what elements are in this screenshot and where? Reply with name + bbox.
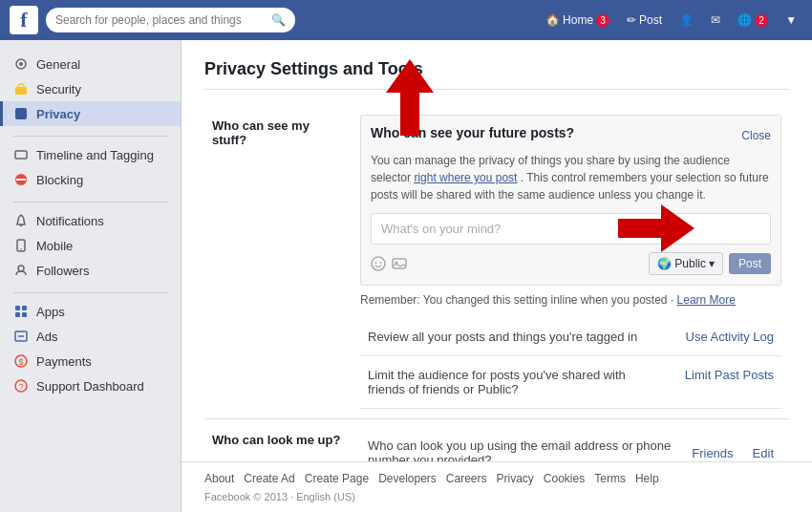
sidebar-item-payments[interactable]: $ Payments xyxy=(0,349,181,373)
dropdown-icon: ▾ xyxy=(709,257,715,270)
right-where-link[interactable]: right where you post xyxy=(414,171,517,184)
svg-rect-14 xyxy=(15,312,20,317)
svg-rect-26 xyxy=(393,259,406,268)
globe-icon: 🌐 xyxy=(737,13,752,27)
sidebar-item-blocking[interactable]: Blocking xyxy=(0,167,181,192)
sidebar-item-support[interactable]: ? Support Dashboard xyxy=(0,373,181,398)
close-button[interactable]: Close xyxy=(741,129,771,142)
globe-small-icon: 🌍 xyxy=(657,257,672,270)
svg-point-10 xyxy=(20,248,22,250)
notifications-icon xyxy=(13,213,29,228)
support-icon: ? xyxy=(13,378,29,394)
lookup-row-email: Who can look you up using the email addr… xyxy=(360,429,781,461)
post-button[interactable]: Post xyxy=(729,253,771,274)
nav-notifications[interactable]: 🌐 2 xyxy=(732,10,774,31)
page-layout: General Security Privacy Timelin xyxy=(0,40,812,512)
composer-bottom: 🌍 Public ▾ Post xyxy=(371,252,771,275)
footer-link-careers[interactable]: Careers xyxy=(446,472,487,485)
settings-icon xyxy=(13,56,29,72)
timeline-icon xyxy=(13,147,29,162)
section-see-content: Who can see your future posts? Close You… xyxy=(353,105,789,418)
sidebar-divider-3 xyxy=(13,292,167,293)
footer-link-about[interactable]: About xyxy=(204,472,234,485)
svg-rect-15 xyxy=(22,312,27,317)
activity-log-row: Review all your posts and things you're … xyxy=(360,318,781,356)
footer-link-create-ad[interactable]: Create Ad xyxy=(244,472,294,485)
edit-icon: ✏ xyxy=(627,13,636,27)
svg-point-25 xyxy=(380,262,382,264)
header-nav: 🏠 Home 3 ✏ Post 👤 ✉ 🌐 2 ▼ xyxy=(540,10,802,31)
footer-link-developers[interactable]: Developers xyxy=(378,472,437,485)
svg-point-23 xyxy=(372,257,385,270)
svg-point-24 xyxy=(375,262,377,264)
app-header: f 🔍 🏠 Home 3 ✏ Post 👤 ✉ 🌐 2 ▼ xyxy=(0,0,812,40)
payments-icon: $ xyxy=(13,353,29,369)
friends-icon: 👤 xyxy=(679,13,694,27)
svg-rect-13 xyxy=(22,306,27,310)
red-arrow-up xyxy=(381,59,438,136)
footer-link-privacy[interactable]: Privacy xyxy=(497,472,534,485)
sidebar-item-timeline[interactable]: Timeline and Tagging xyxy=(0,142,181,167)
sidebar-item-ads[interactable]: Ads xyxy=(0,324,181,349)
section-lookup-label: Who can look me up? xyxy=(204,419,353,461)
svg-text:?: ? xyxy=(18,382,23,392)
future-posts-desc: You can manage the privacy of things you… xyxy=(371,152,771,203)
sidebar-item-privacy[interactable]: Privacy xyxy=(0,101,181,126)
future-posts-box: Who can see your future posts? Close You… xyxy=(360,115,781,286)
mobile-icon xyxy=(13,238,29,253)
sidebar: General Security Privacy Timelin xyxy=(0,40,182,512)
section-lookup-content: Who can look you up using the email addr… xyxy=(353,419,789,461)
limit-past-posts-button[interactable]: Limit Past Posts xyxy=(685,368,774,382)
sidebar-section-account: General Security Privacy xyxy=(0,52,181,126)
footer-link-help[interactable]: Help xyxy=(635,472,659,485)
ads-icon xyxy=(13,329,29,344)
section-see-stuff: Who can see my stuff? Who can see your f… xyxy=(204,105,789,419)
svg-rect-3 xyxy=(18,84,24,89)
composer-icons xyxy=(371,256,407,271)
privacy-icon xyxy=(13,106,29,121)
followers-icon xyxy=(13,263,29,278)
svg-marker-28 xyxy=(618,204,694,252)
svg-text:$: $ xyxy=(18,357,23,367)
search-bar[interactable]: 🔍 xyxy=(46,8,295,32)
mock-composer: What's on your mind? xyxy=(371,213,771,245)
section-see-label: Who can see my stuff? xyxy=(204,105,353,418)
chevron-down-icon: ▼ xyxy=(785,13,797,27)
learn-more-link[interactable]: Learn More xyxy=(677,293,736,307)
footer-copyright: Facebook © 2013 · English (US) xyxy=(204,491,789,502)
red-arrow-right xyxy=(618,200,694,257)
limit-posts-row: Limit the audience for posts you've shar… xyxy=(360,356,781,409)
nav-messages[interactable]: ✉ xyxy=(705,10,726,31)
sidebar-item-mobile[interactable]: Mobile xyxy=(0,233,181,258)
nav-friends[interactable]: 👤 xyxy=(673,10,699,31)
sidebar-item-apps[interactable]: Apps xyxy=(0,299,181,324)
footer-link-create-page[interactable]: Create Page xyxy=(305,472,369,485)
svg-marker-22 xyxy=(386,59,434,136)
nav-home[interactable]: 🏠 Home 3 xyxy=(540,10,615,31)
photo-icon xyxy=(392,256,407,271)
smiley-icon xyxy=(371,256,386,271)
footer-link-cookies[interactable]: Cookies xyxy=(544,472,585,485)
blocking-icon xyxy=(13,172,29,187)
remember-text: Remember: You changed this setting inlin… xyxy=(360,293,781,307)
nav-dropdown[interactable]: ▼ xyxy=(780,10,802,31)
sidebar-item-security[interactable]: Security xyxy=(0,76,181,101)
footer-link-terms[interactable]: Terms xyxy=(594,472,626,485)
svg-rect-5 xyxy=(15,151,27,159)
activity-log-button[interactable]: Use Activity Log xyxy=(686,330,775,344)
apps-icon xyxy=(13,304,29,319)
sidebar-item-followers[interactable]: Followers xyxy=(0,258,181,283)
sidebar-item-general[interactable]: General xyxy=(0,52,181,76)
svg-rect-2 xyxy=(15,87,27,95)
search-icon: 🔍 xyxy=(271,13,286,27)
sidebar-divider-1 xyxy=(13,136,167,137)
svg-point-1 xyxy=(19,62,23,66)
footer: AboutCreate AdCreate PageDevelopersCaree… xyxy=(182,461,812,512)
search-input[interactable] xyxy=(55,13,266,27)
edit-email-lookup[interactable]: Edit xyxy=(753,446,774,460)
messages-icon: ✉ xyxy=(711,13,720,27)
main-content: Privacy Settings and Tools Who can see m… xyxy=(182,40,812,461)
nav-post[interactable]: ✏ Post xyxy=(621,10,668,31)
sidebar-item-notifications[interactable]: Notifications xyxy=(0,208,181,233)
svg-rect-8 xyxy=(20,224,23,226)
